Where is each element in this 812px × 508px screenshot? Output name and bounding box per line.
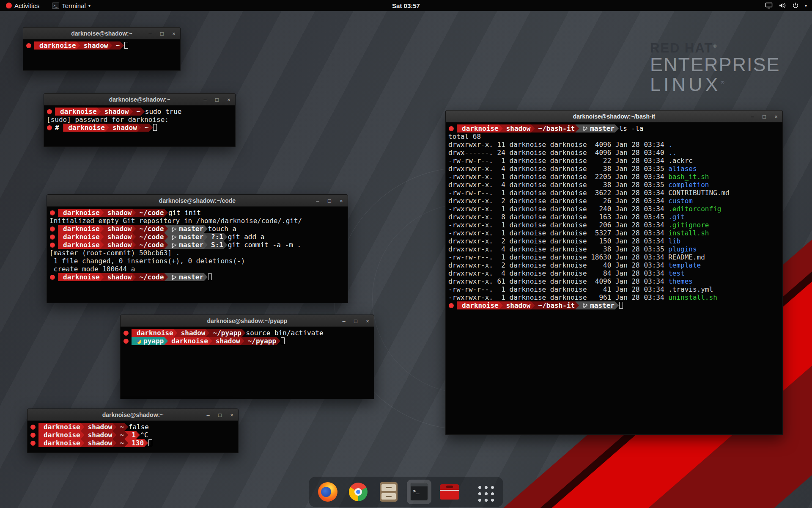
ls-row-meta: -rwxrwxr-x. 1 darknoise darknoise 5327 J… <box>448 229 668 237</box>
maximize-button[interactable]: □ <box>326 198 332 204</box>
watermark-line2: ENTERPRISE <box>650 55 780 75</box>
prompt-segment: shadow <box>100 241 136 249</box>
ls-row-filename: .gitignore <box>668 221 709 229</box>
window-titlebar[interactable]: darknoise@shadow:~/code – □ × <box>47 195 348 207</box>
git-branch-icon <box>171 243 177 248</box>
command-text: touch a <box>204 225 236 233</box>
terminal-content[interactable]: darknoiseshadow~/bash-itmaster ls -latot… <box>446 122 782 434</box>
maximize-button[interactable]: □ <box>214 97 220 103</box>
terminal-line: drwxrwxr-x. 4 darknoise darknoise 38 Jan… <box>448 245 780 253</box>
terminal-line: drwxrwxr-x. 8 darknoise darknoise 163 Ja… <box>448 213 780 221</box>
terminal-line: create mode 100644 a <box>49 265 345 273</box>
dock-item-files[interactable] <box>376 480 401 504</box>
prompt-redhat-icon <box>50 275 55 280</box>
dock-item-firefox[interactable] <box>315 480 340 504</box>
prompt-segment: darknoise <box>58 273 104 281</box>
prompt-segment: darknoise <box>457 124 503 133</box>
window-title: darknoise@shadow:~ <box>102 411 164 418</box>
prompt-segment: shadow <box>100 225 136 233</box>
ls-row-meta: -rw-rw-r--. 1 darknoise darknoise 41 Jan… <box>448 285 668 293</box>
minimize-button[interactable]: – <box>202 97 208 103</box>
terminal-content[interactable]: darknoiseshadow~ falsedarknoiseshadow~1 … <box>27 421 238 453</box>
terminal-line: [sudo] password for darknoise: <box>47 116 233 124</box>
window-titlebar[interactable]: darknoise@shadow:~/pyapp – □ × <box>121 315 374 327</box>
prompt-segment: master <box>575 301 619 309</box>
minimize-button[interactable]: – <box>341 318 347 324</box>
terminal-cursor <box>281 337 285 344</box>
prompt-redhat-icon <box>50 226 55 232</box>
terminal-window-code: darknoise@shadow:~/code – □ × darknoises… <box>47 194 348 303</box>
maximize-button[interactable]: □ <box>761 113 767 120</box>
prompt-segment: ~/code <box>132 273 168 281</box>
ls-row-filename: .editorconfig <box>668 205 721 213</box>
prompt-segment: darknoise <box>58 225 104 233</box>
dock-item-app-grid[interactable] <box>472 480 497 504</box>
ls-row-filename: aliases <box>668 165 697 173</box>
terminal-line: darknoiseshadow~1 ^C <box>30 431 236 439</box>
minimize-button[interactable]: – <box>749 113 755 120</box>
watermark-line3: LINUX <box>650 74 721 95</box>
minimize-button[interactable]: – <box>147 30 153 37</box>
window-titlebar[interactable]: darknoise@shadow:~/bash-it – □ × <box>446 110 782 122</box>
close-button[interactable]: × <box>229 412 235 418</box>
prompt-redhat-icon <box>123 331 129 336</box>
terminal-line: drwxrwxr-x. 2 darknoise darknoise 26 Jan… <box>448 197 780 205</box>
maximize-button[interactable]: □ <box>217 412 223 418</box>
firefox-icon <box>318 482 337 502</box>
ls-row-meta: drwxrwxr-x. 11 darknoise darknoise 4096 … <box>448 141 668 149</box>
close-button[interactable]: × <box>226 97 232 103</box>
system-tray[interactable]: ▾ <box>765 2 812 9</box>
ls-row-filename: test <box>668 269 685 277</box>
command-text: git add a <box>224 233 264 241</box>
prompt-segment: master <box>575 124 619 133</box>
ls-row-filename: plugins <box>668 245 697 253</box>
dock: >_ <box>309 477 503 507</box>
window-titlebar[interactable]: darknoise@shadow:~ – □ × <box>23 28 180 39</box>
prompt-segment: darknoise <box>164 337 212 345</box>
terminal-cursor <box>153 124 157 131</box>
terminal-content[interactable]: darknoiseshadow~ sudo true[sudo] passwor… <box>44 105 235 146</box>
ls-row-filename: README.md <box>668 253 705 261</box>
dock-item-terminal[interactable]: >_ <box>407 480 431 504</box>
ls-row-filename: lib <box>668 237 680 245</box>
prompt-segment: master <box>164 241 208 249</box>
terminal-line: total 68 <box>448 133 780 141</box>
close-button[interactable]: × <box>773 113 779 120</box>
close-button[interactable]: × <box>171 30 177 37</box>
toolbox-icon <box>440 484 459 500</box>
prompt-segment: shadow <box>105 124 141 132</box>
window-titlebar[interactable]: darknoise@shadow:~ – □ × <box>44 94 235 105</box>
dock-item-toolbox[interactable] <box>437 480 462 504</box>
prompt-segment: darknoise <box>55 108 101 116</box>
terminal-line: -rw-rw-r--. 1 darknoise darknoise 41 Jan… <box>448 285 780 293</box>
command-text: source bin/activate <box>242 329 324 337</box>
terminal-content[interactable]: darknoiseshadow~/code git initInitialize… <box>47 207 348 303</box>
command-text: git init <box>164 209 201 217</box>
close-button[interactable]: × <box>338 198 344 204</box>
terminal-line: [master (root-commit) 50bcb63] . <box>49 249 345 257</box>
prompt-segment: darknoise <box>38 423 85 431</box>
terminal-window-home-2: darknoise@shadow:~ – □ × darknoiseshadow… <box>27 409 239 453</box>
terminal-content[interactable]: darknoiseshadow~ <box>23 39 180 70</box>
maximize-button[interactable]: □ <box>159 30 165 37</box>
clock[interactable]: Sat 03:57 <box>0 2 812 9</box>
output-text: create mode 100644 a <box>49 265 135 273</box>
dock-item-chrome[interactable] <box>346 480 370 504</box>
ls-row-meta: drwxrwxr-x. 2 darknoise darknoise 26 Jan… <box>448 197 668 205</box>
terminal-line: darknoiseshadow~/bash-itmaster ls -la <box>448 124 780 133</box>
close-button[interactable]: × <box>365 318 370 324</box>
command-text: ls -la <box>615 124 643 133</box>
prompt-segment: shadow <box>81 431 117 439</box>
terminal-line: darknoiseshadow~ sudo true <box>47 108 233 116</box>
ls-row-meta: drwxrwxr-x. 61 darknoise darknoise 4096 … <box>448 277 668 285</box>
terminal-line: -rwxrwxr-x. 1 darknoise darknoise 961 Ja… <box>448 293 780 301</box>
window-titlebar[interactable]: darknoise@shadow:~ – □ × <box>27 409 238 421</box>
terminal-line: drwxrwxr-x. 2 darknoise darknoise 40 Jan… <box>448 261 780 269</box>
prompt-redhat-icon <box>26 43 31 48</box>
maximize-button[interactable]: □ <box>353 318 359 324</box>
minimize-button[interactable]: – <box>205 412 211 418</box>
terminal-content[interactable]: darknoiseshadow~/pyapp source bin/activa… <box>121 327 374 399</box>
minimize-button[interactable]: – <box>315 198 321 204</box>
ls-row-filename: .. <box>668 149 676 157</box>
display-icon <box>765 2 773 9</box>
